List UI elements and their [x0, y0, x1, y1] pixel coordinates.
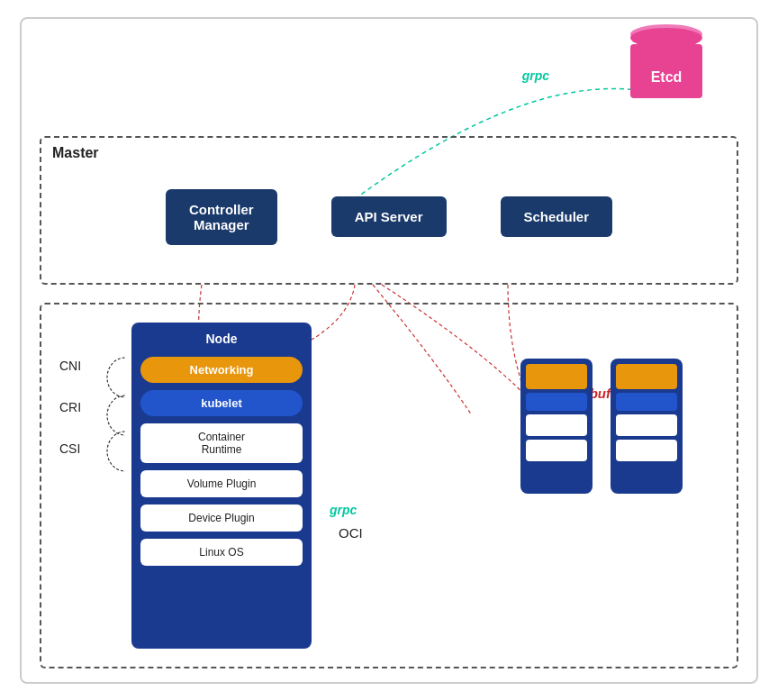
etcd-cylinder: Etcd — [630, 28, 702, 100]
mini-node-1-white-1 — [526, 414, 587, 436]
device-plugin-component: Device Plugin — [140, 505, 303, 532]
volume-plugin-component: Volume Plugin — [140, 470, 303, 497]
mini-node-1 — [520, 359, 593, 494]
mini-node-1-orange — [526, 364, 587, 389]
kubelet-component: kubelet — [140, 390, 303, 416]
linux-os-component: Linux OS — [140, 539, 303, 566]
grpc-top-label: grpc — [522, 68, 549, 83]
node-box: Node Networking kubelet ContainerRuntime… — [131, 323, 312, 649]
oci-label: OCI — [339, 525, 363, 541]
node-section: CNI CRI CSI Node Networking kubelet Cont… — [40, 303, 738, 668]
cylinder-body: Etcd — [630, 44, 702, 98]
etcd-component: Etcd — [630, 28, 702, 100]
mini-node-2-white-2 — [616, 440, 677, 461]
mini-node-2-white-1 — [616, 414, 677, 436]
mini-node-1-blue — [526, 393, 587, 411]
cri-label: CRI — [59, 400, 81, 414]
master-section: Master ControllerManager API Server Sche… — [40, 136, 738, 285]
master-components: ControllerManager API Server Scheduler — [55, 147, 723, 274]
api-server-box: API Server — [331, 196, 447, 237]
master-title: Master — [52, 145, 99, 161]
grpc-node-label: grpc — [330, 503, 357, 517]
etcd-label: Etcd — [651, 69, 683, 86]
scheduler-box: Scheduler — [501, 196, 613, 237]
diagram-container: Etcd grpc Master ControllerManager API S… — [20, 17, 758, 684]
mini-node-1-white-2 — [526, 440, 587, 461]
csi-label: CSI — [59, 441, 81, 456]
networking-component: Networking — [140, 357, 303, 383]
container-runtime-component: ContainerRuntime — [140, 423, 303, 463]
mini-node-2-orange — [616, 364, 677, 389]
mini-nodes — [520, 359, 683, 494]
interface-labels: CNI CRI CSI — [59, 359, 81, 456]
mini-node-2 — [611, 359, 683, 494]
controller-manager-box: ControllerManager — [166, 189, 277, 245]
cni-label: CNI — [59, 359, 81, 373]
node-title: Node — [206, 332, 238, 346]
mini-node-2-blue — [616, 393, 677, 411]
